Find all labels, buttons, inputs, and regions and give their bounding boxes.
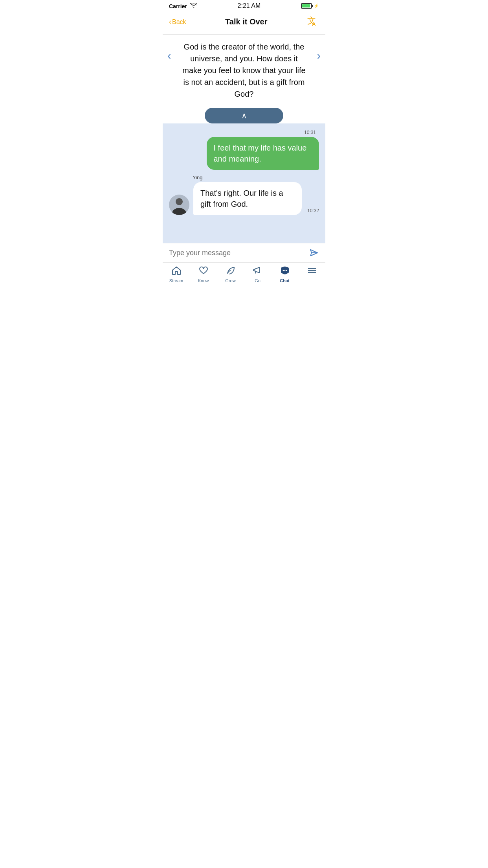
tab-bar: Stream Know Grow Go: [163, 262, 325, 289]
received-inner: That's right. Our life is a gift from Go…: [169, 182, 319, 215]
sender-name: Ying: [193, 175, 203, 180]
received-bubble: That's right. Our life is a gift from Go…: [193, 182, 302, 215]
question-text: God is the creator of the world, the uni…: [182, 41, 306, 100]
go-label: Go: [255, 278, 261, 283]
know-label: Know: [198, 278, 209, 283]
avatar: [169, 195, 189, 215]
stream-label: Stream: [169, 278, 183, 283]
battery-icon: [301, 3, 312, 9]
status-bar: Carrier 2:21 AM ⚡: [163, 0, 325, 11]
sent-time: 10:31: [304, 130, 316, 135]
message-input-bar: [163, 243, 325, 262]
send-icon: [308, 247, 319, 258]
message-sent: 10:31 I feel that my life has value and …: [169, 130, 319, 170]
question-section: ‹ God is the creator of the world, the u…: [163, 35, 325, 123]
carrier-label: Carrier: [169, 3, 197, 9]
charging-bolt: ⚡: [314, 4, 319, 9]
tab-chat[interactable]: Chat: [271, 266, 298, 283]
svg-point-12: [286, 270, 287, 271]
nav-header: ‹ Back Talk it Over 文 A: [163, 11, 325, 35]
chat-icon: [280, 266, 290, 277]
page-title: Talk it Over: [225, 17, 267, 26]
translate-button[interactable]: 文 A: [306, 14, 319, 29]
heart-icon: [198, 266, 209, 277]
collapse-button[interactable]: ∧: [205, 108, 283, 123]
received-time: 10:32: [307, 208, 319, 215]
svg-point-11: [284, 270, 285, 271]
translate-icon: 文 A: [306, 14, 319, 27]
tab-go[interactable]: Go: [244, 266, 271, 283]
home-icon: [171, 266, 182, 277]
message-received: Ying That's right. Our life is a gift fr…: [169, 175, 319, 215]
tab-stream[interactable]: Stream: [163, 266, 190, 283]
next-arrow-button[interactable]: ›: [314, 46, 324, 65]
grow-label: Grow: [225, 278, 235, 283]
prev-arrow-button[interactable]: ‹: [164, 46, 174, 65]
collapse-chevron-icon: ∧: [241, 112, 247, 120]
status-time: 2:21 AM: [238, 2, 261, 9]
chat-area: 10:31 I feel that my life has value and …: [163, 123, 325, 243]
svg-point-10: [283, 270, 284, 271]
svg-point-3: [176, 198, 183, 205]
tab-grow[interactable]: Grow: [217, 266, 244, 283]
megaphone-icon: [253, 266, 263, 277]
battery-area: ⚡: [301, 3, 319, 9]
wifi-icon: [190, 3, 197, 9]
svg-text:A: A: [312, 21, 316, 27]
leaf-icon: [226, 266, 236, 277]
chat-label: Chat: [280, 278, 289, 283]
back-label: Back: [172, 18, 186, 26]
send-button[interactable]: [308, 247, 319, 258]
sent-bubble: I feel that my life has value and meanin…: [207, 137, 319, 170]
back-button[interactable]: ‹ Back: [169, 18, 186, 26]
menu-icon: [307, 266, 317, 277]
tab-menu[interactable]: [298, 266, 325, 283]
back-chevron-icon: ‹: [169, 18, 171, 26]
message-input[interactable]: [169, 249, 304, 257]
tab-know[interactable]: Know: [190, 266, 217, 283]
